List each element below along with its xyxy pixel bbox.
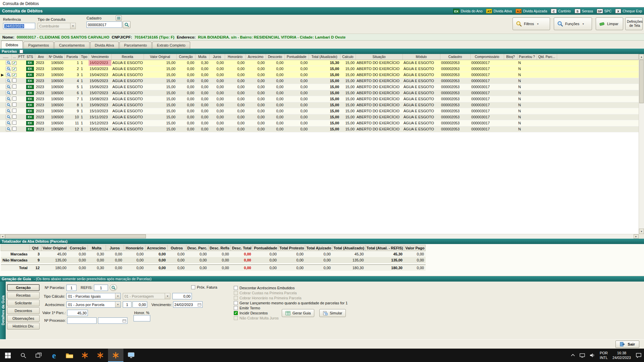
row-checkbox[interactable] — [12, 109, 16, 113]
side-button-observacoes[interactable]: Observações — [7, 315, 40, 322]
grid-col-header[interactable]: Multa — [195, 54, 209, 60]
vencimento-input[interactable] — [173, 301, 203, 308]
checkbox-icon[interactable] — [234, 301, 238, 305]
row-detail-button[interactable] — [6, 72, 11, 77]
tipo-calculo-select[interactable]: 01 - Parcelas Iguais ▼ — [66, 293, 121, 299]
n-parcelas-value[interactable] — [68, 286, 75, 290]
row-detail-button[interactable] — [6, 121, 11, 125]
grid-col-header[interactable]: Cadastro — [440, 54, 470, 60]
grid-col-header[interactable]: Compromissário — [470, 54, 504, 60]
tray-display-button[interactable] — [577, 349, 587, 362]
grid-col-header[interactable]: ...... — [0, 54, 11, 60]
side-button-historico-div[interactable]: Histórico Div. — [7, 323, 40, 329]
referencia-input[interactable]: 24/02/2023 — [3, 23, 35, 29]
processo-value[interactable] — [68, 319, 95, 323]
grid-row[interactable]: EX202310650011115/12/2023AGUA E ESGOTO15… — [0, 120, 639, 126]
valor-parc-input[interactable] — [67, 310, 88, 316]
grid-row[interactable]: EX20231065007115/08/2023AGUA E ESGOTO15,… — [0, 96, 639, 102]
calendar-icon[interactable] — [198, 303, 201, 307]
grid-col-header[interactable]: Módulo — [402, 54, 440, 60]
grid-col-header[interactable]: Qtd. Parc... — [537, 54, 557, 60]
checkbox-icon[interactable]: ✓ — [234, 311, 238, 315]
cadastro-input[interactable] — [87, 21, 122, 28]
tab-divida-ativa[interactable]: Divida Ativa — [90, 42, 119, 49]
grid-col-header[interactable]: Tipo — [80, 54, 89, 60]
taskbar-search-button[interactable] — [15, 349, 31, 362]
grid-col-header[interactable]: Bloq? — [504, 54, 517, 60]
refis-value[interactable] — [95, 286, 107, 290]
vertical-scrollbar[interactable]: ▲ ▼ — [639, 54, 644, 234]
row-detail-button[interactable] — [6, 84, 11, 89]
option-descontar-acrescimos-embutidos[interactable]: Descontar Acréscimos Embutidos — [234, 286, 294, 290]
grid-col-header[interactable]: PTT — [17, 54, 25, 60]
grid-row[interactable]: EX20231065006115/07/2023AGUA E ESGOTO15,… — [0, 90, 639, 96]
scroll-left-icon[interactable]: ◄ — [0, 234, 5, 239]
row-detail-button[interactable] — [6, 90, 11, 95]
start-button[interactable] — [0, 349, 15, 362]
acrescimos-select[interactable]: 01 - Juros por Parcela ▼ — [66, 301, 121, 308]
n-parcelas-input[interactable] — [66, 285, 76, 291]
porcentagem-amount-input[interactable] — [172, 293, 192, 299]
scroll-right-icon[interactable]: ► — [634, 234, 639, 239]
system-app-button[interactable] — [123, 349, 139, 362]
scroll-up-icon[interactable]: ▲ — [639, 54, 644, 59]
option-incidir-descontos[interactable]: ✓Incidir Descontos — [234, 311, 268, 315]
side-button-receitas[interactable]: Receitas — [7, 292, 40, 299]
grid-row[interactable]: EX20231065004115/05/2023AGUA E ESGOTO15,… — [0, 78, 639, 84]
grid-col-header[interactable]: Parcelou ? — [517, 54, 537, 60]
definicoes-tela-button[interactable]: Definições de Tela — [625, 17, 643, 30]
grid-col-header[interactable]: Ano — [35, 54, 47, 60]
language-indicator[interactable]: PORINTL — [597, 349, 610, 362]
row-detail-button[interactable] — [6, 103, 11, 107]
honor-input[interactable] — [133, 315, 150, 321]
grid-row[interactable]: EX202310650012115/01/2024AGUA E ESGOTO15… — [0, 126, 639, 132]
side-button-solicitante[interactable]: Solicitante — [7, 300, 40, 306]
processo-input[interactable] — [67, 317, 97, 324]
checkbox-icon[interactable] — [234, 306, 238, 310]
processo-input-2[interactable] — [98, 317, 127, 324]
grid-col-header[interactable]: Juros — [209, 54, 225, 60]
notification-center-button[interactable] — [633, 349, 644, 362]
vencimento-value[interactable] — [174, 303, 198, 307]
acrescimos-qty-value[interactable] — [124, 303, 130, 307]
row-detail-button[interactable] — [6, 66, 11, 71]
grid-row[interactable]: ✓EX20231065002115/03/2023AGUA E ESGOTO15… — [0, 66, 639, 72]
calendar-icon[interactable] — [122, 319, 126, 323]
scroll-down-icon[interactable]: ▼ — [639, 229, 644, 234]
row-checkbox[interactable]: ✓ — [12, 73, 16, 77]
horizontal-scroll-thumb[interactable] — [5, 234, 146, 238]
row-detail-button[interactable] — [6, 127, 11, 131]
checkbox-icon[interactable] — [234, 286, 238, 290]
row-detail-button[interactable] — [6, 97, 11, 101]
refis-search-button[interactable] — [110, 284, 117, 291]
gerar-guia-button[interactable]: Gerar Guia — [282, 309, 314, 317]
grid-col-header[interactable]: Honorário — [225, 54, 246, 60]
app-button-3-active[interactable] — [108, 349, 123, 362]
grid-col-header[interactable]: Correção — [176, 54, 195, 60]
row-checkbox[interactable]: ✓ — [12, 61, 16, 65]
checkbox-icon[interactable] — [191, 285, 195, 289]
row-checkbox[interactable] — [12, 121, 16, 125]
row-checkbox[interactable] — [12, 115, 16, 119]
row-checkbox[interactable] — [12, 103, 16, 107]
tab-cancelamentos[interactable]: Cancelamentos — [54, 42, 89, 49]
cadastro-list-button[interactable] — [116, 15, 122, 21]
grid-row[interactable]: ✓EX20231065001116/02/2023AGUA E ESGOTO15… — [0, 60, 639, 66]
acrescimos-amount-input[interactable] — [132, 301, 147, 308]
tab-extrato-completo[interactable]: Extrato Completo — [152, 42, 190, 49]
row-checkbox[interactable] — [12, 97, 16, 101]
filtros-button[interactable]: Filtros ▼ — [513, 17, 550, 30]
grid-row[interactable]: ▶✓EX20231065003115/04/2023AGUA E ESGOTO1… — [0, 72, 639, 78]
horizontal-scrollbar[interactable]: ◄ ► — [0, 234, 639, 239]
clock[interactable]: 16:3824/02/2023 — [610, 349, 633, 362]
grid-col-header[interactable]: Total (Atualizado) — [309, 54, 340, 60]
select-all-checkbox[interactable] — [19, 50, 23, 53]
grid-col-header[interactable]: Parcela — [64, 54, 80, 60]
grid-row[interactable]: EX202310650010115/11/2023AGUA E ESGOTO15… — [0, 114, 639, 120]
row-detail-button[interactable] — [6, 115, 11, 119]
grid-col-header[interactable]: Calculo — [340, 54, 356, 60]
task-view-button[interactable] — [31, 349, 46, 362]
sair-button[interactable]: Sair — [615, 341, 639, 348]
processo-value-2[interactable] — [99, 319, 122, 323]
tray-volume-button[interactable] — [587, 349, 597, 362]
